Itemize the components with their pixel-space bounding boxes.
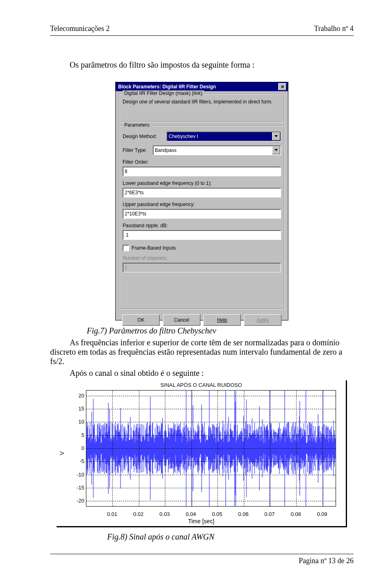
help-label: Help — [217, 317, 227, 323]
ytick-label: 5 — [71, 432, 84, 438]
ok-label: OK — [137, 317, 144, 323]
channels-input: 1 — [123, 263, 281, 272]
page-footer: Pagina nº 13 de 26 — [50, 557, 354, 565]
chart-plot-area — [86, 390, 336, 507]
chevron-down-icon — [272, 132, 280, 140]
design-method-dropdown[interactable]: Chebyschev I — [167, 132, 281, 141]
filter-type-value: Bandpass — [155, 147, 176, 153]
filter-type-dropdown[interactable]: Bandpass — [153, 145, 281, 155]
lower-edge-input[interactable]: 2*6E3*ts — [123, 188, 281, 197]
filter-order-value: 8 — [125, 169, 127, 174]
close-button[interactable]: ✕ — [278, 83, 286, 90]
ok-button[interactable]: OK — [122, 314, 160, 326]
filter-design-dialog: Block Parameters: Digital IIR Filter Des… — [115, 82, 288, 320]
upper-edge-label: Upper passband edge frequency: — [123, 202, 281, 207]
frame-based-checkbox[interactable] — [123, 245, 129, 251]
header-left: Telecomunicações 2 — [50, 24, 110, 33]
ripple-label: Passband ripple, dB: — [123, 223, 281, 228]
ytick-label: -5 — [71, 458, 84, 464]
ytick-label: 10 — [71, 419, 84, 425]
chart-ylabel: V — [59, 451, 65, 455]
xtick-label: 0.05 — [212, 511, 222, 517]
ytick-label: -20 — [71, 498, 84, 504]
paragraph-1: As frequências inferior e superior de co… — [50, 338, 354, 366]
apply-button: Apply — [244, 314, 281, 326]
xtick-label: 0.09 — [317, 511, 327, 517]
ytick-label: 20 — [71, 392, 84, 398]
xtick-label: 0.03 — [160, 511, 170, 517]
upper-edge-input[interactable]: 2*10E3*ts — [123, 209, 281, 219]
ripple-value: .1 — [125, 232, 129, 238]
footer-rule — [50, 554, 354, 554]
lower-edge-value: 2*6E3*ts — [125, 190, 144, 195]
close-icon: ✕ — [281, 84, 284, 90]
help-button[interactable]: Help — [203, 314, 241, 326]
paragraph-2: Após o canal o sinal obtido é o seguinte… — [50, 369, 354, 378]
cancel-button[interactable]: Cancel — [163, 314, 200, 326]
signal-chart: SINAL APÓS O CANAL RUIDOSO V Time [sec] … — [57, 380, 347, 527]
figure8-caption: Fig.8) Sinal após o canal AWGN — [107, 532, 354, 542]
channels-label: Number of channels: — [123, 255, 281, 261]
xtick-label: 0.02 — [133, 511, 143, 517]
apply-label: Apply — [257, 317, 269, 323]
chevron-down-icon — [272, 146, 280, 154]
cancel-label: Cancel — [174, 317, 189, 323]
ytick-label: 0 — [71, 445, 84, 451]
filter-order-input[interactable]: 8 — [123, 167, 281, 176]
design-method-label: Design Method: — [123, 134, 164, 139]
frame-based-label: Frame-Based Inputs — [132, 245, 176, 251]
chart-title: SINAL APÓS O CANAL RUIDOSO — [57, 382, 346, 388]
filter-order-label: Filter Order: — [123, 159, 281, 165]
chart-xlabel: Time [sec] — [57, 518, 346, 524]
dialog-description: Design one of several standard IIR filte… — [123, 99, 281, 105]
parameters-group-label: Parameters — [123, 122, 151, 128]
ytick-label: 15 — [71, 406, 84, 412]
xtick-label: 0.01 — [107, 511, 117, 517]
lower-edge-label: Lower passband edge frequency (0 to 1): — [123, 180, 281, 186]
design-method-value: Chebyschev I — [169, 134, 198, 139]
filter-type-label: Filter Type: — [123, 147, 150, 153]
upper-edge-value: 2*10E3*ts — [125, 211, 146, 217]
mask-group-label: Digital IIR Filter Design (mask) (link) — [123, 90, 204, 96]
ripple-input[interactable]: .1 — [123, 230, 281, 240]
dialog-title: Block Parameters: Digital IIR Filter Des… — [118, 84, 216, 90]
ytick-label: -10 — [71, 471, 84, 477]
xtick-label: 0.08 — [291, 511, 301, 517]
intro-paragraph: Os parâmetros do filtro são impostos da … — [50, 60, 354, 70]
xtick-label: 0.06 — [238, 511, 248, 517]
xtick-label: 0.04 — [186, 511, 196, 517]
header-right: Trabalho nº 4 — [314, 24, 354, 33]
channels-value: 1 — [125, 265, 127, 270]
ytick-label: -15 — [71, 484, 84, 490]
xtick-label: 0.07 — [264, 511, 275, 517]
header-rule — [50, 35, 354, 36]
dialog-titlebar: Block Parameters: Digital IIR Filter Des… — [116, 82, 288, 91]
